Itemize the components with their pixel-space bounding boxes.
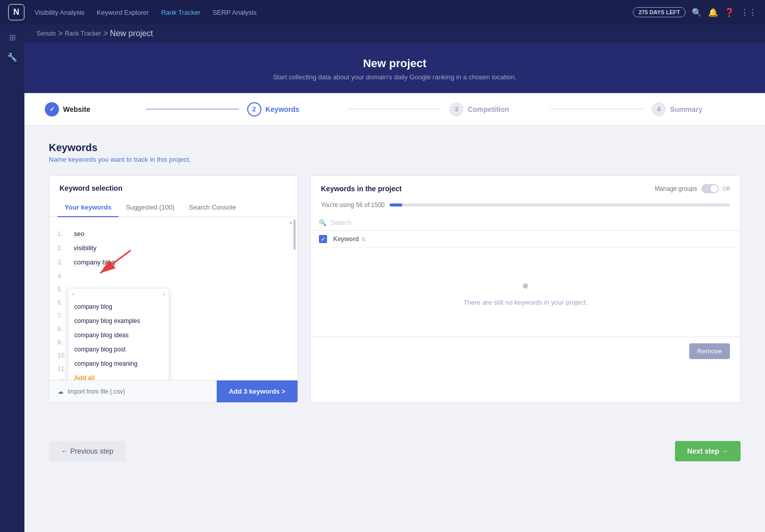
dropdown-item-1[interactable]: company blog: [68, 300, 169, 314]
step1-label: Website: [63, 105, 90, 113]
nav-serp-analysis[interactable]: SERP Analysis: [213, 9, 256, 16]
step2-label: Keywords: [266, 105, 300, 113]
keyword-col-label: Keyword: [333, 235, 359, 243]
autocomplete-dropdown: ‹ › company blog company blog examples c…: [68, 288, 169, 380]
empty-message: There are still no keywords in your proj…: [463, 299, 587, 306]
next-step-button[interactable]: Next step →: [675, 441, 741, 461]
manage-groups-label: Manage groups: [655, 185, 697, 192]
usage-bar-fill: [390, 203, 402, 206]
search-placeholder: Search: [331, 219, 351, 226]
panel-title: Keyword selection: [60, 184, 287, 192]
step-summary[interactable]: 4 Summary: [652, 102, 745, 116]
page-title: New project: [24, 57, 765, 70]
add-keywords-button[interactable]: Add 3 keywords >: [217, 380, 298, 402]
search-icon[interactable]: 🔍: [692, 8, 702, 17]
tab-search-console[interactable]: Search Console: [182, 198, 243, 217]
keyword-scroll-area[interactable]: ▲ 1. seo 2. visibility 3.: [49, 217, 298, 380]
stepper: ✓ Website 2 Keywords 3 Competition 4 Sum…: [24, 93, 765, 126]
manage-groups: Manage groups Off: [655, 184, 730, 193]
section-subtitle: Name keywords you want to track in this …: [49, 156, 741, 163]
step3-circle: 3: [449, 102, 463, 116]
keyword-text-2[interactable]: visibility: [74, 244, 97, 252]
step-website[interactable]: ✓ Website: [45, 102, 138, 116]
keyword-row-3: 3. company blog ‹ › company blog: [49, 255, 298, 270]
keywords-project-card: Keywords in the project Manage groups Of…: [310, 175, 741, 403]
import-label: Import from file (.csv): [68, 388, 125, 395]
grid-icon[interactable]: ⋮⋮: [741, 8, 757, 17]
manage-groups-toggle[interactable]: [701, 184, 719, 193]
keyword-tabs: Your keywords Suggested (100) Search Con…: [49, 198, 298, 217]
dropdown-scroll-right[interactable]: ›: [163, 290, 165, 298]
empty-state: ● There are still no keywords in your pr…: [311, 248, 740, 337]
nav-rank-tracker[interactable]: Rank Tracker: [161, 9, 200, 16]
keyword-selection-panel: Keyword selection Your keywords Suggeste…: [49, 175, 298, 403]
content-area: Keywords Name keywords you want to track…: [24, 126, 765, 431]
breadcrumb-current: New project: [110, 29, 153, 38]
dropdown-item-5[interactable]: company blog meaning: [68, 357, 169, 371]
scroll-up-icon[interactable]: ▲: [288, 219, 293, 225]
usage-bar-row: You're using 56 of 1500: [311, 201, 740, 215]
keyword-column-header: ✓ Keyword ⇅: [311, 231, 740, 248]
tab-suggested[interactable]: Suggested (100): [119, 198, 182, 217]
nav-links: Visibility Analysis Keyword Explorer Ran…: [35, 9, 633, 16]
tab-your-keywords[interactable]: Your keywords: [57, 198, 119, 217]
keywords-in-project-panel: Keywords in the project Manage groups Of…: [310, 175, 741, 403]
dropdown-add-all[interactable]: Add all: [68, 371, 169, 380]
nav-keyword-explorer[interactable]: Keyword Explorer: [97, 9, 149, 16]
help-icon[interactable]: ❓: [724, 8, 734, 17]
step2-circle: 2: [247, 102, 261, 116]
top-navigation: N Visibility Analysis Keyword Explorer R…: [0, 0, 765, 24]
keyword-text-3[interactable]: company blog: [74, 258, 115, 267]
panel-header: Keyword selection: [49, 176, 298, 192]
logo[interactable]: N: [8, 4, 24, 20]
toggle-off-label: Off: [723, 186, 730, 192]
empty-icon: ●: [522, 278, 529, 292]
step-line-2: [348, 109, 442, 109]
page-subtitle: Start collecting data about your domain'…: [24, 73, 765, 81]
keyword-row-2: 2. visibility: [49, 241, 298, 255]
sidebar-wrench-icon[interactable]: 🔧: [7, 52, 17, 62]
search-icon: 🔍: [319, 219, 327, 226]
sidebar-grid-icon[interactable]: ⊞: [9, 33, 16, 42]
scrollbar-thumb: [293, 219, 296, 250]
breadcrumb-rank-tracker[interactable]: Rank Tracker: [65, 30, 101, 37]
step-competition[interactable]: 3 Competition: [449, 102, 542, 116]
remove-button[interactable]: Remove: [689, 343, 730, 359]
section-title: Keywords: [49, 142, 741, 154]
usage-text: You're using 56 of 1500: [321, 201, 385, 209]
dropdown-scroll-left[interactable]: ‹: [72, 290, 74, 298]
keyword-num-3: 3.: [57, 259, 70, 266]
breadcrumb: Senuto > Rank Tracker > New project: [24, 24, 765, 43]
keyword-num-2: 2.: [57, 245, 70, 252]
dropdown-item-2[interactable]: company blog examples: [68, 314, 169, 328]
bottom-actions: ← Previous step Next step →: [24, 431, 765, 471]
keyword-row-4: 4.: [49, 270, 298, 283]
bell-icon[interactable]: 🔔: [708, 8, 718, 17]
main-area: New project Start collecting data about …: [24, 43, 765, 471]
breadcrumb-sep2: >: [103, 29, 108, 38]
panel-footer: ☁ Import from file (.csv) Add 3 keywords…: [49, 380, 298, 402]
step-line-3: [550, 109, 643, 109]
step4-circle: 4: [652, 102, 666, 116]
step-line-1: [146, 109, 239, 109]
step-keywords[interactable]: 2 Keywords: [247, 102, 340, 116]
sort-icon[interactable]: ⇅: [361, 237, 365, 242]
select-all-checkbox[interactable]: ✓: [319, 235, 327, 243]
keyword-num-1: 1.: [57, 230, 70, 238]
left-sidebar: ⊞ 🔧: [0, 24, 24, 532]
usage-bar: [390, 203, 730, 206]
right-panel-search[interactable]: 🔍 Search: [311, 215, 740, 231]
list-scrollbar[interactable]: [293, 217, 296, 380]
breadcrumb-senuto[interactable]: Senuto: [37, 30, 56, 37]
dropdown-item-4[interactable]: company blog post: [68, 342, 169, 357]
nav-visibility-analysis[interactable]: Visibility Analysis: [35, 9, 84, 16]
dropdown-item-3[interactable]: company blog ideas: [68, 328, 169, 342]
import-button[interactable]: ☁ Import from file (.csv): [49, 380, 217, 402]
two-column-layout: Keyword selection Your keywords Suggeste…: [49, 175, 741, 403]
days-left-badge: 275 DAYS LEFT: [633, 7, 686, 17]
right-panel-header: Keywords in the project Manage groups Of…: [311, 176, 740, 201]
keyword-text-1[interactable]: seo: [74, 230, 84, 238]
keyword-row-1: 1. seo: [49, 227, 298, 241]
right-panel-title: Keywords in the project: [321, 185, 402, 193]
previous-step-button[interactable]: ← Previous step: [49, 441, 126, 461]
